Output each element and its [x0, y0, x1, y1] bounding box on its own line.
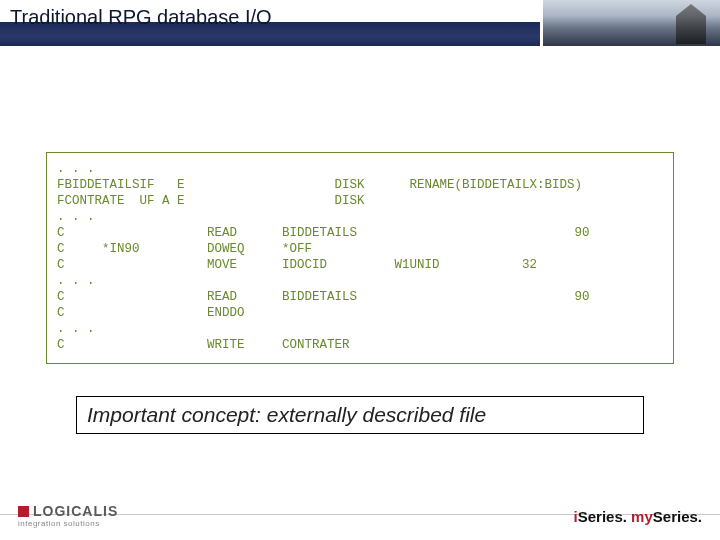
logo-square-icon	[18, 506, 29, 517]
logo-series1: Series.	[578, 508, 627, 525]
concept-text: Important concept: externally described …	[87, 403, 633, 427]
footer: LOGICALIS integration solutions iSeries.…	[0, 490, 720, 540]
title-photo	[540, 0, 720, 46]
logo-my: my	[627, 508, 653, 525]
logo-tagline: integration solutions	[18, 520, 118, 528]
title-bar: Traditional RPG database I/O	[0, 0, 720, 44]
slide: Traditional RPG database I/O . . . FBIDD…	[0, 0, 720, 540]
logo-logicalis: LOGICALIS integration solutions	[18, 504, 118, 528]
code-box: . . . FBIDDETAILSIF E DISK RENAME(BIDDET…	[46, 152, 674, 364]
logo-series2: Series.	[653, 508, 702, 525]
logo-iseries: iSeries. mySeries.	[574, 508, 702, 525]
logo-brand-text: LOGICALIS	[33, 504, 118, 518]
code-listing: . . . FBIDDETAILSIF E DISK RENAME(BIDDET…	[57, 161, 663, 353]
page-title: Traditional RPG database I/O	[10, 6, 272, 29]
concept-callout: Important concept: externally described …	[76, 396, 644, 434]
